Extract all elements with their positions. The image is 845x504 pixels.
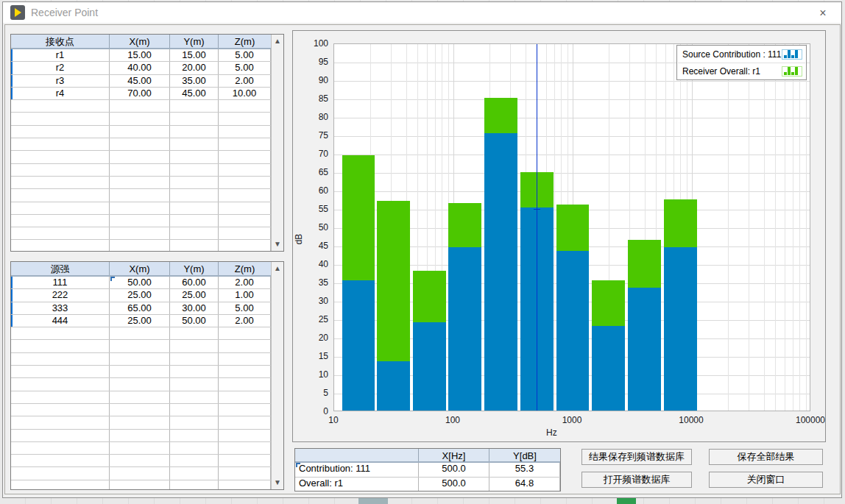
- cell[interactable]: 5.00: [219, 302, 271, 314]
- table-row[interactable]: [11, 227, 271, 240]
- cell[interactable]: [170, 353, 219, 365]
- cell[interactable]: [11, 126, 110, 138]
- cell[interactable]: [219, 455, 271, 466]
- cell[interactable]: [170, 404, 219, 416]
- cell[interactable]: [110, 138, 170, 150]
- cell[interactable]: [110, 100, 170, 112]
- cell[interactable]: [110, 327, 170, 339]
- cell[interactable]: [11, 416, 110, 428]
- cell[interactable]: [170, 177, 219, 188]
- cell[interactable]: [170, 378, 219, 390]
- cell[interactable]: [11, 227, 110, 239]
- cell[interactable]: 2.00: [219, 277, 271, 288]
- cell[interactable]: [110, 404, 170, 416]
- table-row[interactable]: Overall: r1500.064.8: [295, 478, 560, 492]
- title-bar[interactable]: Receiver Point ×: [3, 2, 841, 23]
- cell[interactable]: [219, 430, 271, 441]
- cell[interactable]: [219, 404, 271, 416]
- cell[interactable]: [170, 189, 219, 201]
- cell[interactable]: [219, 138, 271, 150]
- table-row[interactable]: [11, 215, 271, 227]
- cell[interactable]: [219, 467, 271, 479]
- open-spectrum-db-button[interactable]: 打开频谱数据库: [581, 472, 692, 488]
- cell[interactable]: 25.00: [170, 289, 219, 301]
- cell[interactable]: [219, 215, 271, 227]
- cell[interactable]: 60.00: [170, 277, 219, 288]
- legend-item-overall[interactable]: Receiver Overall: r1: [678, 63, 805, 79]
- cell[interactable]: [11, 202, 110, 214]
- cell[interactable]: [219, 113, 271, 124]
- cell[interactable]: [219, 227, 271, 239]
- cell[interactable]: [110, 189, 170, 201]
- receiver-point-table[interactable]: 接收点X(m)Y(m)Z(m) r115.0015.005.00r240.002…: [10, 34, 284, 252]
- cell[interactable]: 30.00: [170, 302, 219, 314]
- cell[interactable]: [170, 126, 219, 138]
- cell[interactable]: Contribution: 111: [295, 463, 419, 477]
- cell[interactable]: [110, 378, 170, 390]
- cell[interactable]: [110, 340, 170, 352]
- cell[interactable]: [170, 164, 219, 176]
- cell[interactable]: 444: [11, 315, 110, 327]
- table-row[interactable]: [11, 164, 271, 177]
- cell[interactable]: [170, 416, 219, 428]
- cell[interactable]: [170, 340, 219, 352]
- table-row[interactable]: [11, 202, 271, 215]
- cell[interactable]: [170, 202, 219, 214]
- cell[interactable]: 500.0: [419, 478, 489, 491]
- cell[interactable]: [11, 404, 110, 416]
- cell[interactable]: [219, 416, 271, 428]
- cell[interactable]: [11, 164, 110, 176]
- cell[interactable]: [170, 442, 219, 454]
- table-row[interactable]: [11, 467, 271, 480]
- table-row[interactable]: 44425.0050.002.00: [11, 315, 271, 327]
- cell[interactable]: 50.00: [170, 315, 219, 327]
- cell[interactable]: 50.00: [110, 277, 170, 288]
- table-row[interactable]: [11, 391, 271, 404]
- cursor-crosshair-icon[interactable]: [534, 209, 540, 210]
- cell[interactable]: [170, 480, 219, 490]
- cell[interactable]: 25.00: [110, 289, 170, 301]
- cell[interactable]: [11, 100, 110, 112]
- cell[interactable]: [219, 480, 271, 490]
- cell[interactable]: [219, 126, 271, 138]
- cell[interactable]: [110, 113, 170, 124]
- cell[interactable]: [110, 202, 170, 214]
- table-row[interactable]: [11, 442, 271, 455]
- cell[interactable]: 70.00: [110, 88, 170, 99]
- cell[interactable]: 25.00: [110, 315, 170, 327]
- table-row[interactable]: [11, 113, 271, 125]
- cell[interactable]: 20.00: [170, 62, 219, 74]
- cell[interactable]: r4: [11, 88, 110, 99]
- cell[interactable]: [219, 391, 271, 403]
- cell[interactable]: 65.00: [110, 302, 170, 314]
- cell[interactable]: [110, 215, 170, 227]
- table-row[interactable]: [11, 189, 271, 202]
- cell[interactable]: [170, 151, 219, 163]
- table-row[interactable]: r470.0045.0010.00: [11, 88, 271, 100]
- cell[interactable]: 500.0: [419, 463, 489, 477]
- cell[interactable]: [110, 416, 170, 428]
- cell[interactable]: [11, 327, 110, 339]
- cell[interactable]: [11, 151, 110, 163]
- cell[interactable]: [219, 100, 271, 112]
- cell[interactable]: [110, 353, 170, 365]
- table-row[interactable]: 11150.0060.002.00: [11, 277, 271, 289]
- cell[interactable]: [11, 240, 110, 252]
- table-row[interactable]: [11, 430, 271, 442]
- cell[interactable]: [110, 391, 170, 403]
- table-row[interactable]: [11, 455, 271, 467]
- cell[interactable]: [110, 240, 170, 252]
- table-row[interactable]: [11, 416, 271, 429]
- scroll-down-icon[interactable]: ▼: [272, 477, 283, 489]
- scroll-down-icon[interactable]: ▼: [272, 238, 283, 250]
- cell[interactable]: 2.00: [219, 75, 271, 87]
- cell[interactable]: 45.00: [110, 75, 170, 87]
- cell[interactable]: 5.00: [219, 49, 271, 61]
- cell[interactable]: [110, 177, 170, 188]
- table-row[interactable]: 22225.0025.001.00: [11, 289, 271, 302]
- receiver-table-scrollbar[interactable]: ▲ ▼: [271, 35, 283, 251]
- cell[interactable]: [110, 480, 170, 490]
- cell[interactable]: [219, 177, 271, 188]
- cell[interactable]: [219, 366, 271, 377]
- scroll-up-icon[interactable]: ▲: [272, 35, 283, 47]
